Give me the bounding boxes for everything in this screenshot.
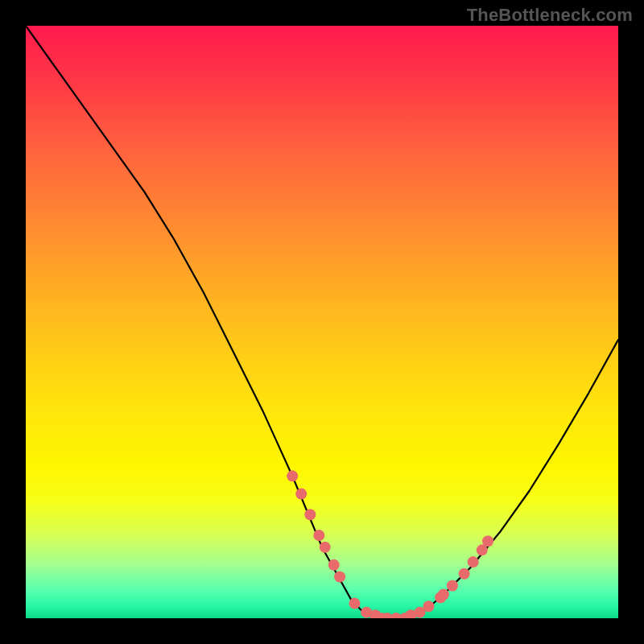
marker-group xyxy=(287,470,493,618)
data-marker xyxy=(304,509,316,520)
plot-area xyxy=(26,26,618,618)
data-marker xyxy=(459,568,470,580)
data-marker xyxy=(423,601,434,612)
data-marker xyxy=(287,470,298,481)
data-marker xyxy=(438,589,449,601)
data-marker xyxy=(334,571,345,582)
data-marker xyxy=(328,559,340,571)
chart-frame: TheBottleneck.com xyxy=(0,0,644,644)
data-marker xyxy=(447,580,458,592)
data-marker xyxy=(295,488,307,499)
plot-svg xyxy=(26,26,618,618)
data-marker xyxy=(313,530,324,541)
data-marker xyxy=(349,598,360,609)
data-marker xyxy=(468,556,479,568)
bottleneck-curve xyxy=(26,26,618,618)
data-marker xyxy=(320,542,331,553)
watermark-label: TheBottleneck.com xyxy=(467,5,633,26)
data-marker xyxy=(482,535,493,547)
